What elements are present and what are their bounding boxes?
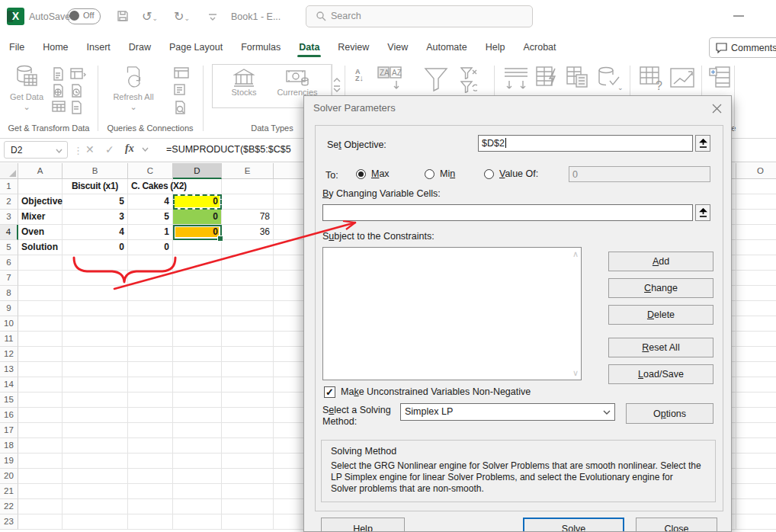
- cell-E14[interactable]: [222, 377, 274, 393]
- get-data-button[interactable]: Get Data ⌄: [6, 64, 47, 112]
- row-header-17[interactable]: 17: [0, 423, 18, 438]
- properties-icon[interactable]: [174, 84, 186, 96]
- forecast-sheet-icon[interactable]: [669, 66, 698, 91]
- row-header-9[interactable]: 9: [0, 301, 18, 316]
- cell-O23[interactable]: [736, 514, 776, 530]
- cell-C3[interactable]: 5: [128, 210, 173, 225]
- set-objective-input[interactable]: $D$2: [478, 135, 693, 152]
- cell-O13[interactable]: [736, 362, 776, 377]
- row-header-12[interactable]: 12: [0, 347, 18, 362]
- cell-E13[interactable]: [222, 362, 274, 377]
- row-header-15[interactable]: 15: [0, 393, 18, 408]
- cell-B17[interactable]: [63, 423, 128, 438]
- sort-az-icon[interactable]: AZ↓: [355, 69, 364, 82]
- cell-B6[interactable]: [63, 255, 128, 271]
- cell-D11[interactable]: [173, 332, 222, 347]
- cell-O18[interactable]: [736, 438, 776, 453]
- cell-C19[interactable]: [128, 453, 173, 469]
- tab-file[interactable]: File: [0, 36, 34, 59]
- add-button[interactable]: Add: [608, 252, 713, 271]
- cell-E1[interactable]: [222, 179, 274, 194]
- cell-C21[interactable]: [128, 484, 173, 499]
- edit-links-icon[interactable]: [174, 101, 186, 114]
- row-header-10[interactable]: 10: [0, 316, 18, 332]
- cell-O14[interactable]: [736, 377, 776, 393]
- cell-B18[interactable]: [63, 438, 128, 453]
- cell-A8[interactable]: [18, 286, 63, 301]
- cell-E4[interactable]: 36: [222, 225, 274, 240]
- cell-D12[interactable]: [173, 347, 222, 362]
- tab-review[interactable]: Review: [329, 36, 378, 59]
- row-header-20[interactable]: 20: [0, 469, 18, 484]
- cell-B22[interactable]: [63, 499, 128, 514]
- cell-A18[interactable]: [18, 438, 63, 453]
- data-validation-icon[interactable]: ⌄: [596, 66, 622, 91]
- cell-B20[interactable]: [63, 469, 128, 484]
- cell-C14[interactable]: [128, 377, 173, 393]
- cell-A22[interactable]: [18, 499, 63, 514]
- cell-B11[interactable]: [63, 332, 128, 347]
- cell-D17[interactable]: [173, 423, 222, 438]
- cell-B1[interactable]: Biscuit (x1): [63, 179, 128, 194]
- cell-O5[interactable]: [736, 240, 776, 255]
- cell-B16[interactable]: [63, 408, 128, 423]
- row-header-11[interactable]: 11: [0, 332, 18, 347]
- load-save-button[interactable]: Load/Save: [608, 364, 713, 384]
- cell-B9[interactable]: [63, 301, 128, 316]
- cell-E6[interactable]: [222, 255, 274, 271]
- cell-C13[interactable]: [128, 362, 173, 377]
- cell-B10[interactable]: [63, 316, 128, 332]
- cell-A2[interactable]: Objective: [18, 194, 63, 210]
- row-header-23[interactable]: 23: [0, 514, 18, 530]
- cell-A17[interactable]: [18, 423, 63, 438]
- row-header-7[interactable]: 7: [0, 271, 18, 286]
- cell-B5[interactable]: 0: [63, 240, 128, 255]
- cell-B3[interactable]: 3: [63, 210, 128, 225]
- cell-A1[interactable]: [18, 179, 63, 194]
- from-web-icon[interactable]: [52, 84, 64, 98]
- cell-C7[interactable]: [128, 271, 173, 286]
- cell-C22[interactable]: [128, 499, 173, 514]
- cell-D19[interactable]: [173, 453, 222, 469]
- clear-filter-icon[interactable]: [460, 67, 477, 79]
- column-header-C[interactable]: C: [128, 163, 173, 179]
- cell-A3[interactable]: Mixer: [18, 210, 63, 225]
- scroll-down-icon[interactable]: ∨: [572, 368, 579, 378]
- cell-B8[interactable]: [63, 286, 128, 301]
- cell-O2[interactable]: [736, 194, 776, 210]
- collapse-dialog-icon[interactable]: [695, 135, 710, 152]
- insert-function-icon[interactable]: fx: [125, 143, 134, 155]
- row-header-18[interactable]: 18: [0, 438, 18, 453]
- row-header-2[interactable]: 2: [0, 194, 18, 210]
- cell-E3[interactable]: 78: [222, 210, 274, 225]
- cell-C9[interactable]: [128, 301, 173, 316]
- combo-chevron-icon[interactable]: [599, 404, 614, 420]
- tab-acrobat[interactable]: Acrobat: [514, 36, 565, 59]
- options-button[interactable]: Options: [626, 403, 713, 424]
- cell-E19[interactable]: [222, 453, 274, 469]
- row-header-1[interactable]: 1: [0, 179, 18, 194]
- queries-connections-icon[interactable]: [174, 67, 189, 79]
- cell-O12[interactable]: [736, 347, 776, 362]
- flash-fill-icon[interactable]: [535, 66, 560, 90]
- cell-D5[interactable]: [173, 240, 222, 255]
- cell-C4[interactable]: 1: [128, 225, 173, 240]
- delete-button[interactable]: Delete: [608, 305, 713, 325]
- cell-D15[interactable]: [173, 393, 222, 408]
- tab-help[interactable]: Help: [476, 36, 515, 59]
- cell-C15[interactable]: [128, 393, 173, 408]
- cell-C1[interactable]: C. Cakes (X2): [128, 179, 173, 194]
- comments-button[interactable]: Comments: [709, 37, 776, 58]
- cell-A16[interactable]: [18, 408, 63, 423]
- cell-E22[interactable]: [222, 499, 274, 514]
- reapply-filter-icon[interactable]: [460, 81, 477, 93]
- cell-C6[interactable]: [128, 255, 173, 271]
- cell-C5[interactable]: 0: [128, 240, 173, 255]
- cell-D23[interactable]: [173, 514, 222, 530]
- tab-home[interactable]: Home: [34, 36, 77, 59]
- cell-D21[interactable]: [173, 484, 222, 499]
- minimize-icon[interactable]: [733, 15, 744, 17]
- cell-A9[interactable]: [18, 301, 63, 316]
- non-negative-checkbox[interactable]: ✓: [324, 386, 335, 398]
- row-header-5[interactable]: 5: [0, 240, 18, 255]
